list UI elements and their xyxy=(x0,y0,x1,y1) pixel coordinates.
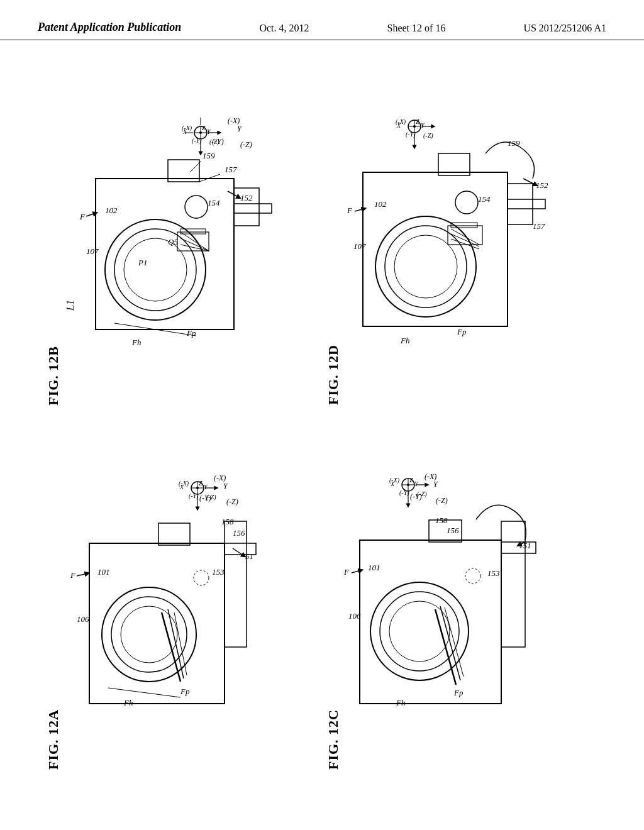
svg-line-122 xyxy=(108,688,180,697)
svg-line-73 xyxy=(451,229,479,245)
svg-text:(-Y): (-Y) xyxy=(199,494,211,502)
fig12a-cell: Z (-Y) Y X (-Z) (-X) xyxy=(45,424,319,782)
svg-text:F: F xyxy=(79,212,86,221)
fig12d-svg: Z (-Y) Y X (-Z) (-X) xyxy=(325,91,589,418)
svg-rect-32 xyxy=(180,229,206,234)
svg-text:(-Z): (-Z) xyxy=(423,132,433,140)
svg-text:106: 106 xyxy=(77,614,89,624)
svg-text:Y: Y xyxy=(204,484,208,490)
svg-text:Fh: Fh xyxy=(123,698,133,707)
svg-text:(-X): (-X) xyxy=(396,118,406,126)
svg-line-34 xyxy=(180,238,209,251)
svg-text:Q5: Q5 xyxy=(168,237,178,246)
svg-text:152: 152 xyxy=(536,180,548,190)
svg-point-66 xyxy=(385,226,467,307)
svg-point-153 xyxy=(465,568,480,584)
svg-text:F: F xyxy=(343,567,350,577)
svg-text:154: 154 xyxy=(208,198,220,208)
svg-text:159: 159 xyxy=(203,151,215,160)
svg-text:Y: Y xyxy=(433,480,438,489)
fig12c-label: FIG. 12C xyxy=(325,709,341,770)
svg-text:F: F xyxy=(70,570,76,580)
svg-text:107: 107 xyxy=(353,241,366,251)
svg-text:Z: Z xyxy=(202,124,206,131)
svg-rect-69 xyxy=(508,199,545,209)
svg-text:Fp: Fp xyxy=(180,687,190,696)
svg-text:Y: Y xyxy=(223,482,228,490)
svg-text:107: 107 xyxy=(86,246,99,256)
svg-text:Fh: Fh xyxy=(396,698,405,707)
main-content: Z (-Y) Y X (-Z) (-X) xyxy=(0,40,644,814)
svg-point-115 xyxy=(194,570,209,585)
svg-text:(-Z): (-Z) xyxy=(226,497,238,506)
svg-text:Z: Z xyxy=(416,118,419,125)
svg-rect-144 xyxy=(501,521,525,647)
fig12b-cell: Z (-Y) Y X (-Z) (-X) xyxy=(45,59,319,418)
svg-point-65 xyxy=(375,216,476,317)
svg-point-36 xyxy=(185,196,208,218)
fig12c-svg: Z (-Y) Y X (-Z) (-X) xyxy=(325,449,589,782)
svg-text:Fh: Fh xyxy=(400,336,409,345)
svg-text:106: 106 xyxy=(348,611,361,621)
svg-text:156: 156 xyxy=(233,528,245,538)
svg-text:Fp: Fp xyxy=(457,327,467,336)
sheet-number: Sheet 12 of 16 xyxy=(387,20,446,34)
patent-page: Patent Application Publication Oct. 4, 2… xyxy=(0,0,644,830)
svg-text:Y: Y xyxy=(421,122,425,129)
svg-text:Fp: Fp xyxy=(186,328,196,338)
svg-text:(-Z): (-Z) xyxy=(240,140,252,149)
svg-text:153: 153 xyxy=(487,568,500,578)
diagrams-grid: Z (-Y) Y X (-Z) (-X) xyxy=(45,59,599,782)
svg-point-76 xyxy=(455,191,478,214)
svg-text:Fh: Fh xyxy=(131,338,141,347)
svg-text:(-Y): (-Y) xyxy=(410,492,422,501)
svg-text:152: 152 xyxy=(240,193,253,202)
fig12b-svg: Z (-Y) Y X (-Z) (-X) xyxy=(45,91,309,418)
publication-date: Oct. 4, 2012 xyxy=(259,20,309,34)
svg-text:102: 102 xyxy=(374,199,387,209)
svg-text:Y: Y xyxy=(207,128,211,135)
svg-text:Fp: Fp xyxy=(453,688,464,697)
svg-text:L1: L1 xyxy=(65,300,75,311)
svg-rect-108 xyxy=(158,523,190,545)
patent-number: US 2012/251206 A1 xyxy=(523,20,606,34)
fig12d-cell: Z (-Y) Y X (-Z) (-X) xyxy=(325,59,599,418)
svg-text:156: 156 xyxy=(447,526,459,535)
svg-text:Y: Y xyxy=(237,124,242,133)
svg-text:153: 153 xyxy=(212,567,225,577)
svg-text:Z: Z xyxy=(409,477,413,484)
svg-text:(-Z): (-Z) xyxy=(436,496,448,505)
svg-text:102: 102 xyxy=(105,206,118,215)
svg-line-117 xyxy=(77,573,87,576)
svg-text:157: 157 xyxy=(533,221,545,231)
svg-point-25 xyxy=(105,219,206,320)
fig12a-label: FIG. 12A xyxy=(45,709,62,770)
svg-text:(-X): (-X) xyxy=(228,116,240,125)
svg-text:(-X): (-X) xyxy=(182,124,192,132)
svg-point-147 xyxy=(370,582,469,680)
fig12c-cell: Z (-Y) Y X (-Z) (-X) xyxy=(325,424,599,782)
fig12b-label: FIG. 12B xyxy=(45,346,62,406)
svg-text:101: 101 xyxy=(97,567,110,577)
svg-text:P1: P1 xyxy=(138,258,147,267)
svg-text:(-X): (-X) xyxy=(214,473,226,482)
svg-text:(-X): (-X) xyxy=(389,477,400,484)
svg-text:154: 154 xyxy=(478,194,491,204)
svg-rect-106 xyxy=(225,521,247,647)
svg-text:101: 101 xyxy=(368,563,380,572)
svg-text:Z: Z xyxy=(199,480,203,487)
page-header: Patent Application Publication Oct. 4, 2… xyxy=(0,0,644,40)
svg-text:Y: Y xyxy=(414,480,419,487)
svg-rect-29 xyxy=(234,204,272,213)
svg-text:(-X): (-X) xyxy=(179,480,189,487)
svg-rect-68 xyxy=(508,184,533,224)
fig12d-label: FIG. 12D xyxy=(325,345,341,405)
publication-title: Patent Application Publication xyxy=(38,20,181,35)
svg-text:(-Y): (-Y) xyxy=(212,137,224,146)
svg-point-26 xyxy=(114,229,196,311)
svg-text:157: 157 xyxy=(225,165,237,174)
svg-line-43 xyxy=(86,213,96,216)
fig12a-svg: Z (-Y) Y X (-Z) (-X) xyxy=(45,449,309,782)
svg-point-109 xyxy=(102,587,196,682)
svg-text:F: F xyxy=(347,206,353,215)
